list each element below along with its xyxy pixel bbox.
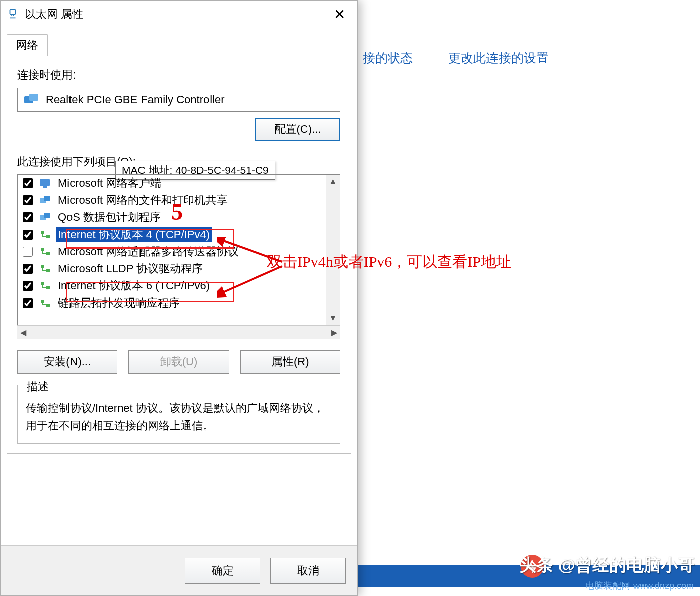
item-checkbox[interactable] [23, 195, 33, 205]
tabstrip: 网络 [1, 28, 357, 56]
list-item[interactable]: 链路层拓扑发现响应程序 [18, 294, 326, 312]
list-item[interactable]: Internet 协议版本 6 (TCP/IPv6) [18, 277, 326, 294]
svg-rect-3 [40, 179, 50, 186]
item-checkbox[interactable] [23, 247, 33, 257]
net-icon [39, 229, 51, 240]
vertical-scrollbar[interactable]: ▲ ▼ [326, 175, 340, 325]
watermark-site: 电脑装配网 www.dnzp.com [585, 580, 694, 592]
item-label: Microsoft 网络适配器多路传送器协议 [56, 244, 240, 259]
item-checkbox[interactable] [23, 298, 33, 308]
svg-rect-0 [10, 10, 16, 14]
svg-rect-17 [41, 300, 44, 303]
item-checkbox[interactable] [23, 230, 33, 240]
ethernet-properties-dialog: 以太网 属性 ✕ 网络 连接时使用: Realtek PCIe GBE Fami… [0, 0, 358, 596]
item-checkbox[interactable] [23, 212, 33, 222]
bg-link-change[interactable]: 更改此连接的设置 [448, 50, 549, 66]
description-group: 描述 传输控制协议/Internet 协议。该协议是默认的广域网络协议，用于在不… [17, 385, 340, 444]
watermark-text: 头条 @曾经的电脑小哥 [519, 554, 695, 577]
item-label: Internet 协议版本 6 (TCP/IPv6) [56, 278, 212, 293]
scroll-right-icon[interactable]: ▶ [331, 328, 337, 337]
adapter-icon [24, 93, 39, 106]
items-scroll-area[interactable]: Microsoft 网络客户端Microsoft 网络的文件和打印机共享QoS … [18, 175, 326, 325]
net-icon [39, 280, 51, 291]
monitor-icon [39, 178, 51, 189]
window-title: 以太网 属性 [25, 7, 327, 22]
item-label: Internet 协议版本 4 (TCP/IPv4) [56, 227, 212, 242]
uninstall-button: 卸载(U) [128, 350, 229, 374]
share-icon [39, 195, 51, 206]
description-text: 传输控制协议/Internet 协议。该协议是默认的广域网络协议，用于在不同的相… [26, 399, 332, 434]
scroll-left-icon[interactable]: ◀ [20, 328, 26, 337]
bg-link-status[interactable]: 接的状态 [363, 50, 413, 66]
item-checkbox[interactable] [23, 178, 33, 188]
item-label: 链路层拓扑发现响应程序 [56, 295, 181, 311]
svg-rect-8 [44, 213, 50, 218]
item-checkbox[interactable] [23, 264, 33, 274]
item-label: Microsoft LLDP 协议驱动程序 [56, 261, 204, 276]
scroll-up-icon[interactable]: ▲ [329, 177, 337, 186]
svg-rect-15 [41, 282, 44, 285]
item-checkbox[interactable] [23, 281, 33, 291]
net-icon [39, 263, 51, 274]
network-items-list: Microsoft 网络客户端Microsoft 网络的文件和打印机共享QoS … [17, 174, 340, 325]
svg-rect-11 [41, 248, 44, 251]
description-legend: 描述 [24, 379, 330, 394]
item-label: QoS 数据包计划程序 [56, 210, 162, 225]
adapter-name: Realtek PCIe GBE Family Controller [46, 93, 225, 106]
dialog-footer: 确定 取消 [1, 545, 357, 595]
svg-rect-6 [44, 196, 50, 201]
tab-network[interactable]: 网络 [7, 34, 48, 56]
install-button[interactable]: 安装(N)... [17, 350, 117, 374]
titlebar: 以太网 属性 ✕ [1, 1, 357, 28]
close-button[interactable]: ✕ [327, 4, 352, 24]
item-action-row: 安装(N)... 卸载(U) 属性(R) [17, 350, 340, 374]
list-item[interactable]: Internet 协议版本 4 (TCP/IPv4) [18, 226, 326, 243]
net-icon [39, 297, 51, 309]
annotation-note: 双击IPv4h或者IPv6，可以查看IP地址 [267, 252, 511, 272]
item-label: Microsoft 网络的文件和打印机共享 [56, 193, 229, 208]
cancel-button[interactable]: 取消 [270, 558, 346, 584]
horizontal-scrollbar[interactable]: ◀ ▶ [17, 325, 340, 339]
configure-button[interactable]: 配置(C)... [255, 118, 340, 141]
item-label: Microsoft 网络客户端 [56, 176, 163, 191]
list-item[interactable]: Microsoft 网络客户端 [18, 175, 326, 192]
adapter-field[interactable]: Realtek PCIe GBE Family Controller [17, 88, 340, 112]
ok-button[interactable]: 确定 [185, 558, 260, 584]
share-icon [39, 212, 51, 223]
ethernet-icon [6, 7, 20, 21]
svg-rect-9 [41, 231, 44, 234]
svg-rect-2 [29, 94, 38, 101]
net-icon [39, 246, 51, 257]
properties-button[interactable]: 属性(R) [240, 350, 340, 374]
connect-using-label: 连接时使用: [17, 67, 340, 83]
scroll-down-icon[interactable]: ▼ [329, 314, 337, 323]
annotation-number-5: 5 [171, 199, 183, 226]
svg-rect-13 [41, 265, 44, 268]
bg-toolbar: 接的状态 更改此连接的设置 [353, 35, 700, 81]
svg-rect-4 [43, 186, 47, 188]
